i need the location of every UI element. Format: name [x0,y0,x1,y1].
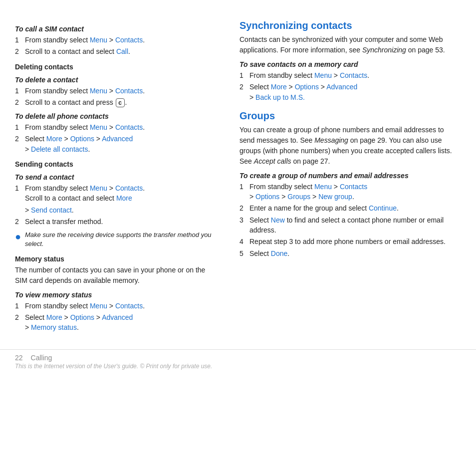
delete-step-2: 2 Scroll to a contact and press c. [15,97,220,107]
advanced-link[interactable]: Advanced [102,313,133,321]
send-step-1b: > Send contact. [15,205,220,215]
create-group-step-3: 3 Select New to find and select a contac… [239,215,454,236]
deleting-heading: Deleting contacts [15,63,220,71]
step-num: 4 [239,237,246,246]
c-key: c [116,98,125,107]
menu-link[interactable]: Menu [314,71,332,79]
view-memory-heading: To view memory status [15,291,220,299]
delete-all-step-2: 2 Select More > Options > Advanced> Dele… [15,134,220,154]
create-group-step-2: 2 Enter a name for the group and select … [239,203,454,213]
step-num: 1 [15,86,22,96]
step-num [15,205,22,215]
done-link[interactable]: Done [271,249,287,257]
view-memory-steps-list: 1 From standby select Menu > Contacts. 2… [15,301,220,333]
menu-link[interactable]: Menu [314,183,332,191]
more-link[interactable]: More [46,135,62,143]
menu-link[interactable]: Menu [90,123,107,131]
step-num: 1 [15,35,22,45]
step-num: 2 [239,203,246,213]
call-link[interactable]: Call [116,47,128,55]
create-group-step-4: 4 Repeat step 3 to add more phone number… [239,237,454,246]
step-num: 2 [15,134,22,154]
send-step-2: 2 Select a transfer method. [15,217,220,227]
options-link[interactable]: Options [70,313,94,321]
options-link[interactable]: Options [255,193,279,201]
more-link[interactable]: More [46,313,62,321]
accept-calls-italic: Accept calls [254,157,291,165]
menu-link[interactable]: Menu [90,36,107,44]
step-num: 2 [15,46,22,56]
step-text: > Send contact. [25,205,74,215]
groups-body: You can create a group of phone numbers … [239,125,454,167]
create-group-step-1: 1 From standby select Menu > Contacts> O… [239,182,454,202]
note-block: ● Make sure the receiving device support… [15,231,220,248]
new-link[interactable]: New [271,216,285,224]
contacts-link[interactable]: Contacts [115,302,143,310]
contacts-link[interactable]: Contacts [115,184,143,192]
save-card-heading: To save contacts on a memory card [239,60,454,68]
options-link[interactable]: Options [70,135,94,143]
sync-italic: Synchronizing [362,46,406,54]
step-text: Scroll to a contact and press c. [25,97,127,107]
memory-body: The number of contacts you can save in y… [15,265,220,286]
delete-step-1: 1 From standby select Menu > Contacts. [15,86,220,96]
contacts-link[interactable]: Contacts [115,123,143,131]
page-label: Calling [31,354,52,362]
advanced-link[interactable]: Advanced [326,83,357,91]
send-contact-link[interactable]: Send contact [31,206,72,214]
contacts-link[interactable]: Contacts [115,87,143,95]
options-link[interactable]: Options [295,83,319,91]
memory-heading: Memory status [15,255,220,263]
note-icon: ● [15,231,21,242]
delete-steps-list: 1 From standby select Menu > Contacts. 2… [15,86,220,108]
menu-link[interactable]: Menu [90,87,107,95]
delete-contact-heading: To delete a contact [15,76,220,84]
step-text: From standby select Menu > Contacts. [249,70,369,80]
page-number: 22 [15,354,23,362]
menu-link[interactable]: Menu [90,184,107,192]
step-text: Enter a name for the group and select Co… [249,203,399,213]
send-steps-list: 1 From standby select Menu > Contacts.Sc… [15,183,220,227]
sim-step-2: 2 Scroll to a contact and select Call. [15,46,220,56]
create-group-step-5: 5 Select Done. [239,248,454,258]
delete-all-steps-list: 1 From standby select Menu > Contacts. 2… [15,122,220,154]
groups-link[interactable]: Groups [287,193,310,201]
send-contact-heading: To send a contact [15,173,220,181]
contacts-link[interactable]: Contacts [340,71,367,79]
backup-link[interactable]: Back up to M.S. [255,93,305,101]
new-group-link[interactable]: New group [318,193,352,201]
send-step-1: 1 From standby select Menu > Contacts.Sc… [15,183,220,204]
step-text: Repeat step 3 to add more phone numbers … [249,237,446,246]
sync-body: Contacts can be synchronized with your c… [239,34,454,55]
groups-heading: Groups [239,110,454,122]
footer-note: This is the Internet version of the User… [15,363,461,370]
right-column: Synchronizing contacts Contacts can be s… [235,20,454,334]
continue-link[interactable]: Continue [369,204,397,212]
step-text: From standby select Menu > Contacts. [25,301,145,311]
left-column: To call a SIM contact 1 From standby sel… [15,20,235,334]
advanced-link[interactable]: Advanced [102,135,133,143]
step-num: 2 [239,82,246,102]
memory-status-link[interactable]: Memory status [31,323,77,331]
create-group-steps-list: 1 From standby select Menu > Contacts> O… [239,182,454,258]
more-link[interactable]: More [271,83,287,91]
messaging-italic: Messaging [314,136,348,144]
footer: 22 Calling This is the Internet version … [0,349,476,370]
step-text: Scroll to a contact and select Call. [25,46,130,56]
step-text: Select a transfer method. [25,217,103,227]
step-num: 1 [15,122,22,132]
step-text: From standby select Menu > Contacts> Opt… [249,182,367,202]
delete-all-link[interactable]: Delete all contacts [31,145,88,153]
contacts-link[interactable]: Contacts [340,183,367,191]
step-num: 1 [239,70,246,80]
menu-link[interactable]: Menu [90,302,107,310]
step-num: 2 [15,217,22,227]
step-num: 1 [15,301,22,311]
delete-all-step-1: 1 From standby select Menu > Contacts. [15,122,220,132]
step-num: 5 [239,248,246,258]
more-link[interactable]: More [116,194,132,202]
step-text: From standby select Menu > Contacts. [25,122,145,132]
sim-steps-list: 1 From standby select Menu > Contacts. 2… [15,35,220,57]
contacts-link[interactable]: Contacts [115,36,143,44]
step-num: 1 [15,183,22,204]
